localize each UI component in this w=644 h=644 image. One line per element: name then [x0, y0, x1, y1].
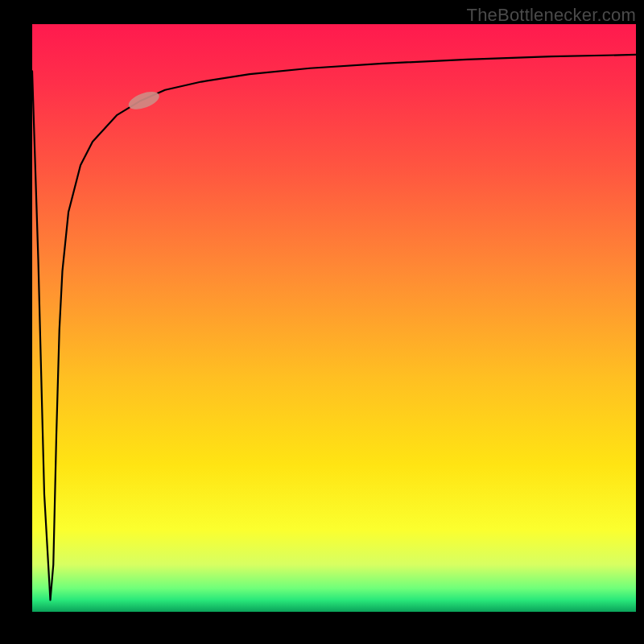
- plot-background: [32, 24, 636, 612]
- curve-marker: [126, 89, 162, 114]
- watermark-label: TheBottlenecker.com: [467, 5, 636, 26]
- bottleneck-curve: [32, 55, 636, 600]
- chart-frame: TheBottlenecker.com: [0, 0, 644, 644]
- curve-layer: [32, 24, 636, 612]
